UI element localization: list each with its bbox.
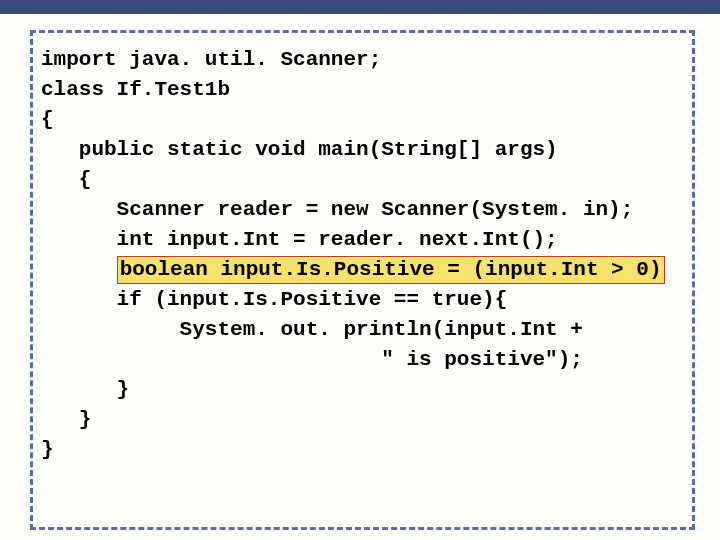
code-container: import java. util. Scanner; class If.Tes… [30, 30, 695, 530]
code-line: } [41, 375, 684, 405]
code-indent [41, 258, 117, 281]
code-line: } [41, 435, 684, 465]
code-line: int input.Int = reader. next.Int(); [41, 225, 684, 255]
code-line: { [41, 165, 684, 195]
code-line: Scanner reader = new Scanner(System. in)… [41, 195, 684, 225]
code-line: } [41, 405, 684, 435]
highlighted-code: boolean input.Is.Positive = (input.Int >… [117, 256, 665, 284]
code-line: if (input.Is.Positive == true){ [41, 285, 684, 315]
code-line: { [41, 105, 684, 135]
code-line-highlighted: boolean input.Is.Positive = (input.Int >… [41, 255, 684, 285]
code-line: import java. util. Scanner; [41, 45, 684, 75]
code-line: System. out. println(input.Int + [41, 315, 684, 345]
code-line: " is positive"); [41, 345, 684, 375]
code-line: public static void main(String[] args) [41, 135, 684, 165]
code-line: class If.Test1b [41, 75, 684, 105]
header-bar [0, 0, 720, 14]
